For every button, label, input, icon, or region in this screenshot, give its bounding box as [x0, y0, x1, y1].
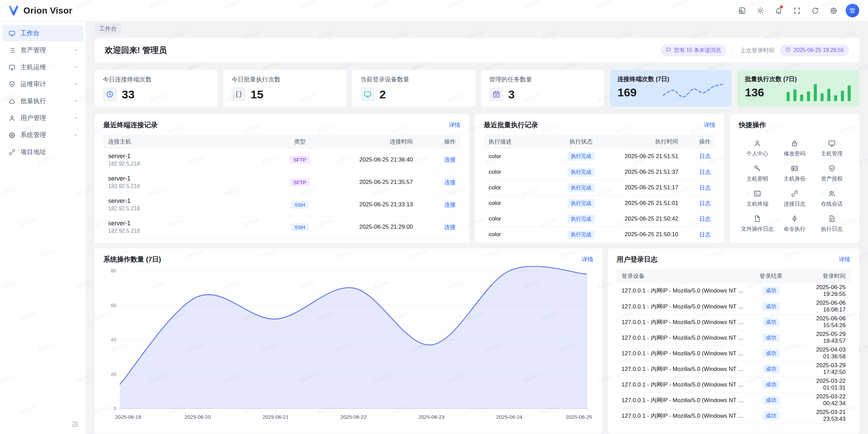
svg-text:0: 0	[114, 405, 116, 411]
connect-link[interactable]: 连接	[444, 202, 456, 208]
bottom-row: 系统操作数量 (7日) 详情 0204060802025-06-192025-0…	[95, 248, 859, 434]
login-detail-link[interactable]: 详情	[839, 256, 850, 263]
flash-icon	[791, 215, 798, 223]
sidebar-item-label: 工作台	[20, 29, 40, 38]
list-icon	[8, 47, 16, 54]
quick-action-label: 主机密钥	[747, 175, 768, 183]
svg-text:2025-06-23: 2025-06-23	[418, 414, 445, 420]
quick-action-4[interactable]: 主机密钥	[739, 161, 776, 186]
quick-action-12[interactable]: 执行日志	[813, 211, 850, 236]
terminal-trend-card: 连接终端次数 (7日)169	[610, 70, 732, 107]
quick-action-label: 主机身份	[784, 175, 805, 183]
quick-action-label: 主机管理	[821, 150, 843, 157]
quick-action-1[interactable]: 个人中心	[739, 136, 776, 161]
bar-sparkline	[785, 82, 853, 102]
chevron-down-icon	[73, 132, 78, 138]
connect-link[interactable]: 连接	[444, 179, 456, 186]
quick-action-label: 连接日志	[784, 201, 805, 208]
host-name: server-1	[108, 197, 270, 205]
theme-button[interactable]	[735, 4, 749, 17]
terminal-icon	[753, 190, 761, 197]
brightness-button[interactable]	[753, 4, 767, 17]
log-link[interactable]: 日志	[699, 200, 711, 207]
stat-icon-chip	[489, 87, 504, 101]
chevron-down-icon	[73, 81, 78, 87]
refresh-button[interactable]	[808, 4, 822, 17]
cloud-icon	[8, 98, 16, 105]
stat-card-4: 管理的任务数量3	[481, 70, 604, 107]
login-device: 127.0.0.1 - 内网IP - Mozilla/5.0 (Windows …	[617, 299, 750, 314]
log-link[interactable]: 日志	[699, 216, 711, 222]
desktop-icon	[8, 30, 16, 37]
quick-action-label: 修改密码	[784, 150, 805, 157]
exec-status-badge: 执行完成	[568, 168, 595, 176]
svg-text:40: 40	[111, 337, 116, 342]
connect-time: 2025-06-25 21:36:40	[325, 149, 418, 171]
sidebar-collapse-button[interactable]	[71, 420, 80, 429]
terminal-detail-link[interactable]: 详情	[449, 121, 460, 129]
stat-label: 当前登录设备数量	[360, 75, 467, 83]
stat-icon-chip	[360, 87, 375, 101]
user-avatar[interactable]: 管	[846, 4, 859, 17]
unread-messages-chip[interactable]: 您有 15 条未读消息	[660, 44, 726, 56]
quick-action-8[interactable]: 连接日志	[776, 186, 813, 211]
connect-link[interactable]: 连接	[444, 156, 456, 163]
quick-action-7[interactable]: 主机终端	[739, 186, 776, 211]
quick-action-11[interactable]: 命令执行	[776, 211, 813, 236]
svg-text:2025-06-22: 2025-06-22	[340, 414, 367, 420]
quick-action-2[interactable]: 修改密码	[776, 136, 813, 161]
login-result-badge: 成功	[763, 302, 780, 311]
login-device: 127.0.0.1 - 内网IP - Mozilla/5.0 (Windows …	[617, 330, 750, 345]
batch-row: color执行完成2025-06-25 21:50:10日志	[484, 227, 715, 242]
batch-row: color执行完成2025-06-25 21:51:51日志	[484, 149, 715, 164]
column-header: 登录时间	[792, 269, 850, 283]
quick-action-5[interactable]: 主机身份	[776, 161, 813, 186]
exec-desc: color	[484, 180, 553, 195]
sidebar-item-4[interactable]: 运维审计	[2, 76, 83, 92]
batch-row: color执行完成2025-06-25 21:51:01日志	[484, 195, 715, 211]
line-sparkline	[661, 81, 726, 100]
log-link[interactable]: 日志	[699, 153, 711, 159]
brightness-icon	[756, 7, 764, 15]
sidebar-item-8[interactable]: 项目地址	[2, 144, 83, 160]
link-icon	[8, 149, 16, 156]
login-device: 127.0.0.1 - 内网IP - Mozilla/5.0 (Windows …	[617, 392, 750, 408]
fullscreen-button[interactable]	[790, 4, 804, 17]
quick-action-label: 主机终端	[747, 201, 768, 208]
stat-card-2: 今日批量执行次数15	[223, 70, 347, 107]
quick-action-3[interactable]: 主机管理	[813, 136, 850, 161]
quick-action-label: 文件操作日志	[741, 226, 774, 233]
notification-button[interactable]	[772, 4, 785, 17]
quick-action-9[interactable]: 在线会话	[813, 186, 850, 211]
top-header: Orion Visor 管	[0, 0, 868, 21]
sidebar-item-6[interactable]: 用户管理	[2, 110, 83, 126]
quick-action-10[interactable]: 文件操作日志	[739, 211, 776, 236]
chart-detail-link[interactable]: 详情	[582, 256, 593, 263]
sidebar-item-1[interactable]: 工作台	[2, 25, 83, 41]
column-header: 执行时间	[609, 134, 683, 149]
quick-action-6[interactable]: 资产授权	[813, 161, 850, 186]
connect-link[interactable]: 连接	[444, 224, 456, 230]
batch-row: color执行完成2025-06-25 21:51:37日志	[484, 164, 715, 180]
sidebar-item-2[interactable]: 资产管理	[2, 42, 83, 58]
log-link[interactable]: 日志	[699, 169, 711, 175]
sidebar-item-7[interactable]: 系统管理	[2, 127, 83, 143]
stat-value: 33	[122, 88, 135, 101]
sidebar-item-5[interactable]: 批量执行	[2, 93, 83, 109]
batch-detail-link[interactable]: 详情	[704, 121, 715, 129]
login-time: 2025-03-29 17:42:50	[792, 361, 850, 377]
log-link[interactable]: 日志	[699, 185, 711, 191]
breadcrumb[interactable]: 工作台	[95, 23, 121, 34]
sidebar-item-3[interactable]: 主机运维	[2, 59, 83, 75]
shield-icon	[828, 165, 836, 172]
log-link[interactable]: 日志	[699, 231, 711, 238]
login-device: 127.0.0.1 - 内网IP - Mozilla/5.0 (Windows …	[617, 314, 750, 330]
exec-desc: color	[484, 227, 553, 242]
panel-title: 最近批量执行记录	[484, 120, 538, 130]
login-time: 2025-04-03 01:36:58	[792, 345, 850, 361]
login-device: 127.0.0.1 - 内网IP - Mozilla/5.0 (Windows …	[617, 345, 750, 361]
panel-title: 系统操作数量 (7日)	[103, 255, 161, 264]
login-row: 127.0.0.1 - 内网IP - Mozilla/5.0 (Windows …	[617, 377, 850, 392]
settings-button[interactable]	[827, 4, 840, 17]
terminal-row: server-1182.92.5.218SFTP2025-06-25 21:35…	[103, 171, 460, 193]
